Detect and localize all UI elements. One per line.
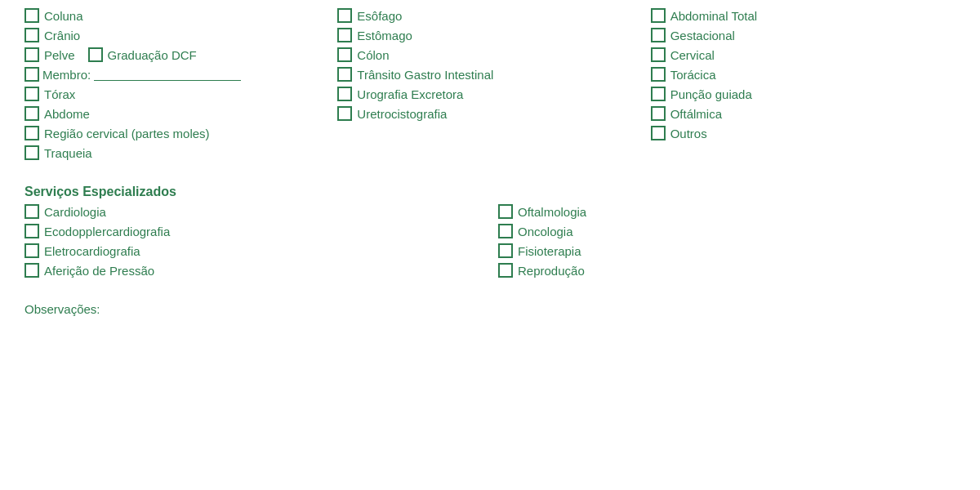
checkbox-transito[interactable] xyxy=(337,67,352,82)
label-abdome: Abdome xyxy=(44,107,90,121)
checkbox-pelve[interactable] xyxy=(24,47,39,62)
list-item: Eletrocardiografia xyxy=(24,243,482,258)
checkbox-gestacional[interactable] xyxy=(651,28,666,42)
label-torax: Tórax xyxy=(44,87,75,101)
column-1: Coluna Crânio Pelve Graduação DCF Membro… xyxy=(24,8,329,160)
checkbox-torax[interactable] xyxy=(24,87,39,101)
list-item: Crânio xyxy=(24,28,329,42)
label-coluna: Coluna xyxy=(44,9,83,23)
main-grid: Coluna Crânio Pelve Graduação DCF Membro… xyxy=(24,8,956,160)
checkbox-abdome[interactable] xyxy=(24,106,39,121)
list-item: Aferição de Pressão xyxy=(24,263,482,278)
checkbox-colon[interactable] xyxy=(337,47,352,62)
observacoes-label: Observações: xyxy=(24,302,100,316)
label-cardiologia: Cardiologia xyxy=(44,205,106,219)
label-puncao-guiada: Punção guiada xyxy=(670,87,752,101)
list-item: Traqueia xyxy=(24,145,329,160)
label-outros: Outros xyxy=(670,127,707,140)
checkbox-afericao[interactable] xyxy=(24,263,39,278)
label-esofago: Esôfago xyxy=(357,9,402,23)
list-item: Coluna xyxy=(24,8,329,23)
list-item: Oftalmologia xyxy=(498,204,956,219)
checkbox-membro[interactable] xyxy=(24,67,39,82)
label-afericao: Aferição de Pressão xyxy=(44,264,154,278)
services-section: Serviços Especializados Cardiologia Ofta… xyxy=(24,185,956,278)
checkbox-cervical[interactable] xyxy=(651,47,666,62)
label-ecodoppler: Ecodopplercardiografia xyxy=(44,225,170,238)
observacoes-section: Observações: xyxy=(24,302,956,316)
label-membro: Membro: xyxy=(42,68,91,82)
label-traqueia: Traqueia xyxy=(44,146,92,160)
list-item: Reprodução xyxy=(498,263,956,278)
list-item: Outros xyxy=(651,126,956,140)
list-item: Trânsito Gastro Intestinal xyxy=(337,67,642,82)
checkbox-estomago[interactable] xyxy=(337,28,352,42)
checkbox-ecodoppler[interactable] xyxy=(24,224,39,238)
list-item: Oftálmica xyxy=(651,106,956,121)
label-abdominal-total: Abdominal Total xyxy=(670,9,757,23)
checkbox-regiao-cervical[interactable] xyxy=(24,126,39,140)
checkbox-toracica[interactable] xyxy=(651,67,666,82)
column-2: Esôfago Estômago Cólon Trânsito Gastro I… xyxy=(337,8,642,160)
checkbox-puncao-guiada[interactable] xyxy=(651,87,666,101)
list-item: Torácica xyxy=(651,67,956,82)
label-oncologia: Oncologia xyxy=(518,225,573,238)
checkbox-uretrocistografia[interactable] xyxy=(337,106,352,121)
label-cranio: Crânio xyxy=(44,29,80,42)
checkbox-abdominal-total[interactable] xyxy=(651,8,666,23)
label-gestacional: Gestacional xyxy=(670,29,735,42)
list-item: Tórax xyxy=(24,87,329,101)
list-item: Punção guiada xyxy=(651,87,956,101)
pelve-row: Pelve Graduação DCF xyxy=(24,47,329,62)
label-oftalmologia: Oftalmologia xyxy=(518,205,586,219)
checkbox-cranio[interactable] xyxy=(24,28,39,42)
label-toracica: Torácica xyxy=(670,68,716,82)
checkbox-traqueia[interactable] xyxy=(24,145,39,160)
dcf-group: Graduação DCF xyxy=(88,47,197,62)
label-dcf: Graduação DCF xyxy=(108,48,197,62)
list-item: Gestacional xyxy=(651,28,956,42)
list-item: Cardiologia xyxy=(24,204,482,219)
list-item: Abdominal Total xyxy=(651,8,956,23)
checkbox-cardiologia[interactable] xyxy=(24,204,39,219)
checkbox-esofago[interactable] xyxy=(337,8,352,23)
label-fisioterapia: Fisioterapia xyxy=(518,244,581,258)
membro-underline xyxy=(94,68,241,81)
services-grid: Cardiologia Oftalmologia Ecodopplercardi… xyxy=(24,204,956,278)
list-item: Cólon xyxy=(337,47,642,62)
checkbox-fisioterapia[interactable] xyxy=(498,243,513,258)
list-item: Ecodopplercardiografia xyxy=(24,224,482,238)
label-regiao-cervical: Região cervical (partes moles) xyxy=(44,127,210,140)
list-item-membro: Membro: xyxy=(24,67,329,82)
label-transito: Trânsito Gastro Intestinal xyxy=(357,68,493,82)
list-item: Urografia Excretora xyxy=(337,87,642,101)
list-item: Estômago xyxy=(337,28,642,42)
checkbox-oftalmica[interactable] xyxy=(651,106,666,121)
checkbox-dcf[interactable] xyxy=(88,47,103,62)
list-item: Fisioterapia xyxy=(498,243,956,258)
list-item: Abdome xyxy=(24,106,329,121)
checkbox-coluna[interactable] xyxy=(24,8,39,23)
services-title: Serviços Especializados xyxy=(24,185,956,199)
checkbox-eletrocardiografia[interactable] xyxy=(24,243,39,258)
list-item: Cervical xyxy=(651,47,956,62)
list-item: Esôfago xyxy=(337,8,642,23)
list-item: Oncologia xyxy=(498,224,956,238)
label-oftalmica: Oftálmica xyxy=(670,107,722,121)
list-item: Região cervical (partes moles) xyxy=(24,126,329,140)
label-reproducao: Reprodução xyxy=(518,264,585,278)
checkbox-oftalmologia[interactable] xyxy=(498,204,513,219)
checkbox-oncologia[interactable] xyxy=(498,224,513,238)
label-estomago: Estômago xyxy=(357,29,412,42)
checkbox-outros[interactable] xyxy=(651,126,666,140)
label-uretrocistografia: Uretrocistografia xyxy=(357,107,447,121)
checkbox-reproducao[interactable] xyxy=(498,263,513,278)
label-colon: Cólon xyxy=(357,48,389,62)
checkbox-urografia[interactable] xyxy=(337,87,352,101)
label-cervical: Cervical xyxy=(670,48,715,62)
label-pelve: Pelve xyxy=(44,48,75,62)
label-eletrocardiografia: Eletrocardiografia xyxy=(44,244,140,258)
label-urografia: Urografia Excretora xyxy=(357,87,463,101)
column-3: Abdominal Total Gestacional Cervical Tor… xyxy=(651,8,956,160)
list-item: Uretrocistografia xyxy=(337,106,642,121)
